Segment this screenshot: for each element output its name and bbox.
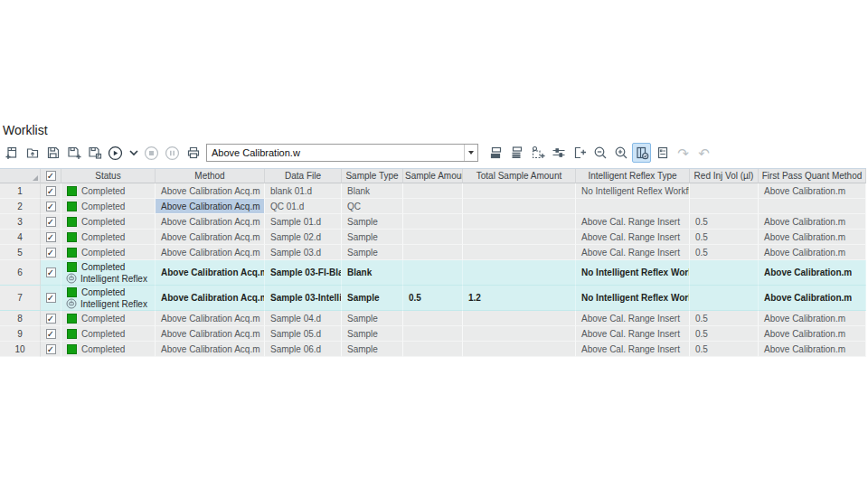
row-checkbox[interactable]: ✓ [46,267,56,277]
cell-method[interactable]: Above Calibration Acq.m [156,183,265,199]
cell-reflex-type[interactable] [576,199,690,214]
cell-sample-type[interactable]: Sample [342,311,403,326]
worklist-combobox-dropdown-button[interactable] [464,145,477,161]
cell-sample-amount[interactable] [403,199,463,214]
cell-red-inj-vol[interactable] [690,199,759,214]
cell-reflex-type[interactable]: Above Cal. Range Insert [576,311,690,326]
cell-reflex-type[interactable]: Above Cal. Range Insert [576,342,690,357]
worklist-name-combobox[interactable]: Above Calibration.w [206,144,478,162]
row-number[interactable]: 6 [0,260,41,286]
worklist-form-button[interactable] [653,143,672,163]
cell-sample-type[interactable]: QC [342,199,403,214]
cell-red-inj-vol[interactable]: 0.5 [690,230,759,245]
cell-total-sample-amount[interactable] [463,183,576,199]
insert-multiple-rows-button[interactable] [507,143,526,163]
cell-first-pass-quant-method[interactable]: Above Calibration.m [759,183,866,199]
row-number[interactable]: 10 [0,342,41,357]
row-number[interactable]: 2 [0,199,41,214]
print-worklist-button[interactable] [184,143,203,163]
cell-data-file[interactable]: Sample 03-FI-Blank [265,260,342,286]
cell-method[interactable]: Above Calibration Acq.m [156,260,265,286]
cell-data-file[interactable]: Sample 02.d [265,230,342,245]
cell-sample-type[interactable]: Blank [342,260,403,286]
cell-sample-type[interactable]: Sample [342,245,403,260]
column-header-method[interactable]: Method [156,169,265,183]
column-visibility-button[interactable] [632,143,651,163]
cell-first-pass-quant-method[interactable]: Above Calibration.m [759,260,866,286]
cell-status[interactable]: Completed [61,326,156,342]
column-header-sample-amount[interactable]: Sample Amount [403,169,463,183]
cell-first-pass-quant-method[interactable]: Above Calibration.m [759,342,866,357]
pause-worklist-button[interactable] [163,143,182,163]
cell-data-file[interactable]: Sample 06.d [265,342,342,357]
sample-info-sliders-button[interactable] [549,143,568,163]
row-checkbox[interactable]: ✓ [46,217,56,227]
cell-red-inj-vol[interactable] [690,183,759,199]
cell-sample-type[interactable]: Blank [342,183,403,199]
add-custom-parameters-button[interactable] [528,143,547,163]
cell-sample-amount[interactable] [403,230,463,245]
new-worklist-button[interactable] [2,143,21,163]
row-number[interactable]: 1 [0,183,41,199]
cell-total-sample-amount[interactable] [463,214,576,230]
cell-total-sample-amount[interactable] [463,199,576,214]
cell-status[interactable]: CompletedIntelligent Reflex [61,286,156,311]
cell-first-pass-quant-method[interactable]: Above Calibration.m [759,286,866,311]
cell-sample-amount[interactable] [403,245,463,260]
cell-status[interactable]: Completed [61,199,156,214]
cell-data-file[interactable]: Sample 04.d [265,311,342,326]
cell-sample-amount[interactable] [403,326,463,342]
cell-reflex-type[interactable]: No Intelligent Reflex Workflow [576,286,690,311]
zoom-in-button[interactable] [611,143,630,163]
cell-total-sample-amount[interactable] [463,245,576,260]
save-worklist-as-button[interactable] [64,143,83,163]
row-checkbox[interactable]: ✓ [46,344,56,354]
cell-red-inj-vol[interactable]: 0.5 [690,214,759,230]
cell-reflex-type[interactable]: Above Cal. Range Insert [576,214,690,230]
redo-button[interactable]: ↷ [674,143,693,163]
undo-button[interactable]: ↶ [694,143,713,163]
cell-method[interactable]: Above Calibration Acq.m [156,230,265,245]
save-worklist-copy-button[interactable] [85,143,104,163]
column-header-intelligent-reflex-type[interactable]: Intelligent Reflex Type [576,169,690,183]
row-checkbox[interactable]: ✓ [46,329,56,339]
cell-sample-type[interactable]: Sample [342,230,403,245]
cell-reflex-type[interactable]: Above Cal. Range Insert [576,245,690,260]
cell-sample-amount[interactable] [403,311,463,326]
save-worklist-button[interactable] [43,143,62,163]
column-header-status[interactable]: Status [61,169,156,183]
zoom-out-button[interactable] [590,143,609,163]
row-checkbox[interactable]: ✓ [46,232,56,242]
insert-row-button[interactable] [486,143,505,163]
cell-sample-amount[interactable] [403,214,463,230]
row-checkbox[interactable]: ✓ [46,314,56,324]
cell-red-inj-vol[interactable] [690,286,759,311]
cell-data-file[interactable]: QC 01.d [265,199,342,214]
cell-first-pass-quant-method[interactable]: Above Calibration.m [759,230,866,245]
cell-total-sample-amount[interactable] [463,230,576,245]
cell-sample-type[interactable]: Sample [342,286,403,311]
cell-status[interactable]: Completed [61,311,156,326]
cell-method[interactable]: Above Calibration Acq.m [156,214,265,230]
open-worklist-button[interactable] [23,143,42,163]
cell-total-sample-amount[interactable]: 1.2 [463,286,576,311]
cell-total-sample-amount[interactable] [463,326,576,342]
cell-data-file[interactable]: Sample 05.d [265,326,342,342]
cell-first-pass-quant-method[interactable] [759,199,866,214]
stop-worklist-button[interactable] [142,143,161,163]
cell-sample-amount[interactable] [403,260,463,286]
column-header-total-sample-amount[interactable]: Total Sample Amount [463,169,576,183]
cell-sample-amount[interactable]: 0.5 [403,286,463,311]
row-number[interactable]: 3 [0,214,41,230]
cell-red-inj-vol[interactable]: 0.5 [690,311,759,326]
run-worklist-button[interactable] [106,143,125,163]
cell-red-inj-vol[interactable]: 0.5 [690,342,759,357]
column-header-sample-type[interactable]: Sample Type [342,169,403,183]
column-header-data-file[interactable]: Data File [265,169,342,183]
row-checkbox[interactable]: ✓ [46,202,56,211]
cell-first-pass-quant-method[interactable]: Above Calibration.m [759,245,866,260]
cell-method[interactable]: Above Calibration Acq.m [156,199,265,214]
column-header-first-pass-quant-method[interactable]: First Pass Quant Method [759,169,866,183]
row-number[interactable]: 4 [0,230,41,245]
cell-sample-amount[interactable] [403,183,463,199]
